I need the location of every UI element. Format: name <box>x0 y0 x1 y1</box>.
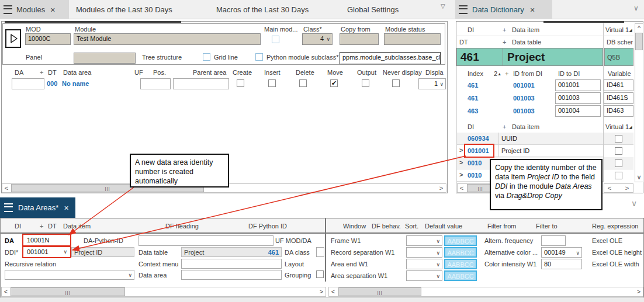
item-di[interactable]: 0010 <box>468 172 482 179</box>
main-mod-checkbox[interactable] <box>272 36 279 43</box>
tab-macros-last-30-days[interactable]: Macros of the Last 30 Days <box>216 0 309 19</box>
grid-line-checkbox[interactable] <box>203 53 210 61</box>
selected-table-name: Project <box>507 51 545 64</box>
item-di[interactable]: 060934 <box>468 135 489 142</box>
tab-label: Modules <box>16 5 45 14</box>
scroll-up-icon[interactable]: ^ <box>635 24 643 32</box>
python-subclass-field[interactable]: ppms.module_subclasses.base_clas <box>340 52 441 64</box>
pos-input[interactable] <box>140 78 171 89</box>
item-name[interactable]: UUID <box>501 135 517 142</box>
scroll-down-icon[interactable]: ∨ <box>635 173 643 181</box>
never-display-checkbox[interactable] <box>392 79 400 87</box>
tab-data-areas[interactable]: Data Areas* × <box>0 197 75 218</box>
virtual-checkbox[interactable] <box>615 135 622 143</box>
id-to-cell[interactable]: 001004 <box>555 105 601 117</box>
class-dropdown[interactable]: 4 ∨ <box>302 33 333 45</box>
variable-cell[interactable]: ID461 <box>604 79 633 91</box>
tab-modules-last-30-days[interactable]: Modules of the Last 30 Days <box>76 0 172 19</box>
scrollbar-handle[interactable]: ||| <box>338 287 421 296</box>
scroll-left-icon[interactable]: < <box>329 287 337 296</box>
add-icon[interactable]: + <box>503 39 506 46</box>
run-module-button[interactable] <box>5 29 21 48</box>
close-icon[interactable]: × <box>530 5 535 15</box>
da-input[interactable] <box>12 78 44 89</box>
dropdown-arrow-icon: ∨ <box>128 272 132 278</box>
close-icon[interactable]: × <box>64 203 68 213</box>
sort-indicator[interactable]: 2▲ <box>494 70 501 77</box>
item-di[interactable]: 0010 <box>468 159 482 166</box>
area-separation-w1-dropdown[interactable]: ∨ <box>406 270 442 281</box>
data-area-field[interactable] <box>181 270 282 280</box>
record-separation-w1-dropdown[interactable]: ∨ <box>406 247 442 258</box>
python-subclass-checkbox[interactable] <box>255 53 263 61</box>
index-cell[interactable]: 463 <box>468 107 478 114</box>
frame-w1-color-swatch[interactable]: AABBCC <box>444 235 477 246</box>
variable-cell[interactable]: ID461S <box>604 92 633 104</box>
recursive-relation-dropdown[interactable]: ∨ <box>5 270 134 280</box>
area-end-w1-dropdown[interactable]: ∨ <box>406 259 442 269</box>
scroll-right-icon[interactable]: > <box>635 287 643 296</box>
module-status-field[interactable] <box>384 33 441 45</box>
more-tabs-icon[interactable]: ▽ <box>441 3 445 9</box>
index-cell[interactable]: 461 <box>468 82 478 89</box>
virtual-checkbox[interactable] <box>615 159 622 167</box>
scroll-left-icon[interactable]: < <box>2 287 10 296</box>
scrollbar-handle[interactable]: ||| <box>11 287 125 296</box>
panel-collapse-chevron-icon[interactable]: ∨ <box>631 199 637 208</box>
create-checkbox[interactable] <box>237 79 244 87</box>
altern-frequency-field[interactable] <box>541 235 566 246</box>
record-separation-w1-color-swatch[interactable]: AABBCC <box>444 247 477 258</box>
expand-chevron-icon[interactable]: > <box>459 147 463 154</box>
frame-w1-dropdown[interactable]: ∨ <box>406 235 442 246</box>
expand-chevron-icon[interactable]: > <box>459 171 463 178</box>
move-checkbox[interactable]: ✔ <box>330 79 338 87</box>
tabbar-collapse-chevron-icon[interactable]: ∨ <box>633 4 639 12</box>
tab-label: Macros of the Last 30 Days <box>216 5 309 14</box>
delete-checkbox[interactable] <box>299 79 307 87</box>
scroll-left-icon[interactable]: < <box>458 184 466 192</box>
item-name[interactable]: Project ID <box>501 147 529 154</box>
add-icon[interactable]: + <box>503 123 506 130</box>
scrollbar-handle[interactable] <box>635 33 643 50</box>
scroll-right-icon[interactable]: > <box>623 184 631 192</box>
add-icon[interactable]: + <box>505 70 508 77</box>
output-checkbox[interactable] <box>362 79 369 87</box>
area-separation-w1-color-swatch[interactable]: AABBCC <box>444 270 477 281</box>
tab-data-dictionary[interactable]: Data Dictionary × <box>455 0 552 19</box>
insert-checkbox[interactable] <box>268 79 276 87</box>
tab-global-settings[interactable]: Global Settings <box>347 0 399 19</box>
add-icon[interactable]: + <box>40 223 43 230</box>
frame-w1-label: Frame W1 <box>331 237 361 244</box>
scroll-right-icon[interactable]: > <box>317 287 326 296</box>
close-icon[interactable]: × <box>50 5 55 15</box>
parent-area-input[interactable] <box>173 78 229 89</box>
area-end-w1-color-swatch[interactable]: AABBCC <box>444 259 477 269</box>
scroll-right-icon[interactable]: > <box>437 184 445 192</box>
add-icon[interactable]: + <box>503 26 506 33</box>
tab-modules[interactable]: Modules × <box>0 0 69 19</box>
alternative-color-dropdown[interactable]: 000149 ∨ <box>541 247 582 258</box>
scroll-left-icon[interactable]: < <box>605 184 614 192</box>
display-dropdown[interactable]: 1 ∨ <box>418 78 446 89</box>
variable-cell[interactable]: ID463 <box>604 105 633 117</box>
da-python-id-field[interactable] <box>139 235 273 246</box>
virtual-checkbox[interactable] <box>615 147 622 155</box>
copy-from-field[interactable] <box>340 33 379 45</box>
module-field[interactable]: Test Module <box>74 33 261 45</box>
id-from-cell[interactable]: 001003 <box>513 107 535 114</box>
grouping-checkbox[interactable] <box>316 270 324 278</box>
id-from-cell[interactable]: 001001 <box>513 82 535 89</box>
virtual-checkbox[interactable] <box>615 172 622 179</box>
id-to-cell[interactable]: 001001 <box>555 79 601 91</box>
scroll-left-icon[interactable]: < <box>2 184 11 192</box>
add-icon[interactable]: + <box>40 69 43 76</box>
id-from-cell[interactable]: 001003 <box>513 95 535 102</box>
color-intensity-field[interactable]: 80 <box>541 259 582 269</box>
expand-chevron-icon[interactable]: > <box>459 159 463 166</box>
context-menu-field[interactable] <box>181 259 282 269</box>
panel-field[interactable] <box>74 53 136 64</box>
mod-field[interactable]: 10000C <box>25 33 71 45</box>
da-class-field[interactable] <box>316 247 324 257</box>
index-cell[interactable]: 461 <box>468 95 478 102</box>
id-to-cell[interactable]: 001003 <box>555 92 601 104</box>
